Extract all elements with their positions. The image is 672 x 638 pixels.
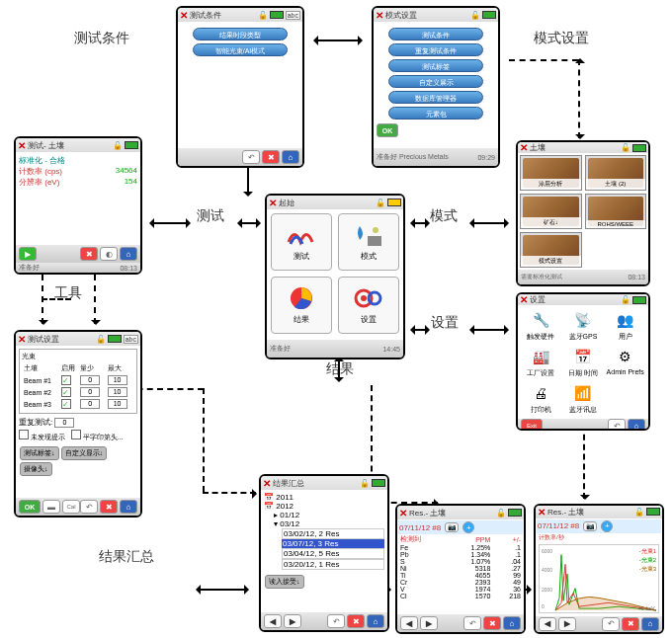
back-icon[interactable]: ↶ xyxy=(463,616,481,630)
camera-icon[interactable]: 📷 xyxy=(583,521,597,531)
mode-thumb[interactable]: 土壤 (2) xyxy=(585,155,647,191)
dash-arrow xyxy=(578,59,580,138)
home-icon[interactable]: ⌂ xyxy=(120,500,137,514)
next-icon[interactable]: ▶ xyxy=(420,616,438,630)
mode-thumb[interactable]: ROHS/WEEE xyxy=(585,194,647,229)
label-results-summary: 结果汇总 xyxy=(99,548,154,566)
home-icon[interactable]: ⌂ xyxy=(628,419,645,431)
play-button[interactable]: ▶ xyxy=(19,247,37,261)
home-settings-button[interactable]: 设置 xyxy=(338,277,399,334)
checkbox[interactable]: ✓ xyxy=(61,387,71,397)
result-item[interactable]: 03/20/12, 1 Res xyxy=(282,559,384,570)
mode-thumb[interactable]: 模式设置 xyxy=(520,232,582,268)
checkbox[interactable] xyxy=(19,430,29,439)
close-icon[interactable]: ✕ xyxy=(18,334,26,345)
close-icon[interactable]: ✕ xyxy=(180,10,188,21)
min-input[interactable]: 0 xyxy=(80,399,100,409)
prev-icon[interactable]: ◀ xyxy=(400,616,418,630)
min-input[interactable]: 0 xyxy=(80,387,100,397)
prev-icon[interactable]: ◀ xyxy=(539,617,556,631)
back-icon[interactable]: ↶ xyxy=(80,500,98,514)
readin-button[interactable]: 读入接受↓ xyxy=(265,575,304,589)
add-icon[interactable]: + xyxy=(601,520,613,532)
max-input[interactable]: 10 xyxy=(108,387,127,397)
exit-button[interactable]: Exit xyxy=(521,419,543,431)
min-input[interactable]: 0 xyxy=(80,375,100,385)
ok-button[interactable]: OK xyxy=(377,123,398,137)
camera-icon[interactable]: 📷 xyxy=(445,522,459,532)
tab-button[interactable]: 摄像头↓ xyxy=(20,462,52,476)
list-button[interactable]: 重复测试条件 xyxy=(388,43,483,56)
close-icon[interactable]: ✕ xyxy=(520,142,528,153)
list-button[interactable]: 智能光束/AI模式 xyxy=(193,43,288,56)
back-icon[interactable]: ↶ xyxy=(327,614,345,628)
close-icon[interactable]: ✕ xyxy=(263,478,271,489)
list-button[interactable]: 元素包 xyxy=(388,107,483,120)
minus-icon[interactable]: ▬ xyxy=(42,500,60,514)
svg-text:2000: 2000 xyxy=(542,587,552,592)
add-icon[interactable]: + xyxy=(462,521,474,533)
max-input[interactable]: 10 xyxy=(108,375,127,385)
tools-icon[interactable]: ✖ xyxy=(80,247,98,261)
home-test-button[interactable]: 测试 xyxy=(271,213,332,271)
list-button[interactable]: 数据库管理器 xyxy=(388,91,483,104)
next-icon[interactable]: ▶ xyxy=(558,617,576,631)
home-icon[interactable]: ⌂ xyxy=(120,247,137,261)
result-item[interactable]: 03/02/12, 2 Res xyxy=(282,528,384,539)
tree-item[interactable]: ▾ 03/12 xyxy=(264,519,384,528)
close-icon[interactable]: ✕ xyxy=(269,198,277,208)
chart-icon[interactable]: ◐ xyxy=(100,247,118,261)
home-results-button[interactable]: 结果 xyxy=(271,277,332,334)
mode-thumb[interactable]: 矿石↓ xyxy=(520,194,582,229)
close-icon[interactable]: ✕ xyxy=(376,10,383,21)
result-item[interactable]: 03/04/12, 5 Res xyxy=(282,548,384,559)
list-button[interactable]: 结果时段类型 xyxy=(193,28,288,40)
cal-button[interactable]: Cal xyxy=(62,500,80,514)
mode-thumb[interactable]: 涂层分析 xyxy=(520,155,582,191)
svg-text:0: 0 xyxy=(542,604,545,609)
checkbox[interactable] xyxy=(71,430,81,439)
list-button[interactable]: 测试条件 xyxy=(388,28,483,40)
close-icon[interactable]: ✕ xyxy=(520,294,528,305)
settings-item[interactable]: 📶蓝牙讯息 xyxy=(564,382,603,415)
tools-icon[interactable]: ✖ xyxy=(100,500,118,514)
home-icon[interactable]: ⌂ xyxy=(503,616,521,630)
checkbox[interactable]: ✓ xyxy=(61,375,71,385)
settings-item[interactable]: 🔧触发硬件 xyxy=(522,309,560,342)
tab-button[interactable]: 自定义显示↓ xyxy=(61,446,108,460)
tools-icon[interactable]: ✖ xyxy=(483,616,501,630)
home-mode-button[interactable]: 模式 xyxy=(338,213,399,271)
tree-item[interactable]: 📅 2011 xyxy=(264,493,384,502)
settings-item[interactable]: 🖨打印机 xyxy=(522,382,560,415)
result-item[interactable]: 03/07/12, 3 Res xyxy=(282,539,384,548)
back-icon[interactable]: ↶ xyxy=(242,150,260,164)
back-icon[interactable]: ↶ xyxy=(602,617,620,631)
settings-item[interactable]: 🏭工厂设置 xyxy=(522,346,560,378)
settings-item[interactable]: ⚙Admin Prefs xyxy=(606,346,644,378)
tree-item[interactable]: 📅 2012 xyxy=(264,502,384,511)
settings-item[interactable]: 👥用户 xyxy=(606,309,644,342)
ok-button[interactable]: OK xyxy=(19,500,41,514)
settings-item[interactable]: 📅日期 时间 xyxy=(564,346,603,378)
close-icon[interactable]: ✕ xyxy=(399,508,407,518)
tab-button[interactable]: 测试标签↓ xyxy=(20,446,59,460)
next-icon[interactable]: ▶ xyxy=(284,614,301,628)
home-icon[interactable]: ⌂ xyxy=(367,614,384,628)
list-button[interactable]: 测试标签 xyxy=(388,59,483,72)
max-input[interactable]: 10 xyxy=(108,399,127,409)
close-icon[interactable]: ✕ xyxy=(18,140,26,151)
checkbox[interactable]: ✓ xyxy=(61,399,71,409)
home-icon[interactable]: ⌂ xyxy=(641,617,659,631)
back-icon[interactable]: ↶ xyxy=(608,419,626,431)
close-icon[interactable]: ✕ xyxy=(538,507,546,518)
tree-item[interactable]: ▸ 01/12 xyxy=(264,511,384,519)
home-icon[interactable]: ⌂ xyxy=(282,150,299,164)
arrow xyxy=(314,40,362,41)
tools-icon[interactable]: ✖ xyxy=(622,617,639,631)
tools-icon[interactable]: ✖ xyxy=(347,614,365,628)
settings-item[interactable]: 📡蓝牙GPS xyxy=(564,309,603,342)
prev-icon[interactable]: ◀ xyxy=(264,614,282,628)
repeat-input[interactable]: 0 xyxy=(54,418,74,428)
tools-icon[interactable]: ✖ xyxy=(262,150,280,164)
list-button[interactable]: 自定义展示 xyxy=(388,75,483,88)
